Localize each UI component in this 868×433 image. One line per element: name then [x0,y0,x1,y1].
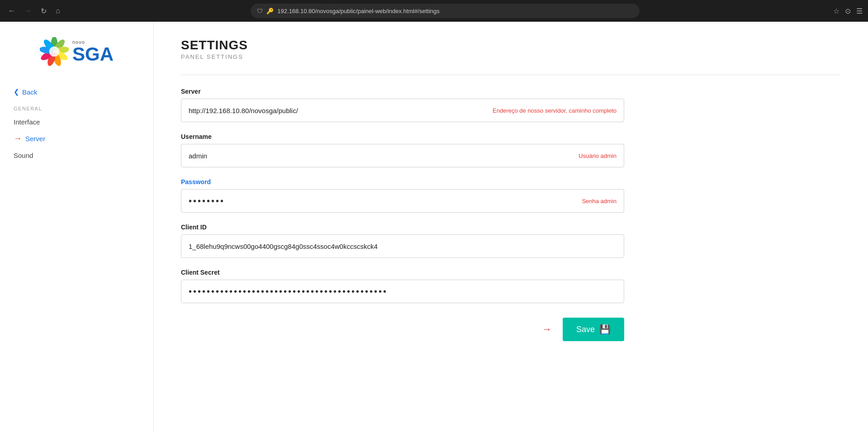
pocket-icon[interactable]: ⊙ [845,7,851,15]
password-label: Password [181,178,624,186]
home-button[interactable]: ⌂ [53,5,63,17]
back-label: Back [22,88,37,96]
sidebar-item-interface-label: Interface [14,118,40,126]
client-id-label: Client ID [181,224,624,231]
sidebar-item-interface[interactable]: Interface [0,114,153,130]
page-subtitle: PANEL SETTINGS [181,53,841,60]
client-id-input-wrapper[interactable] [181,234,624,258]
back-link[interactable]: ❮ Back [0,84,153,100]
password-hint: Senha admin [582,198,617,205]
password-field-group: Password •••••••• Senha admin [181,178,624,213]
shield-icon: 🛡 [257,8,263,14]
client-id-field-group: Client ID [181,224,624,258]
save-label: Save [576,325,595,334]
server-label: Server [181,88,624,95]
svg-point-9 [49,47,59,57]
logo-sga: SGA [72,45,114,64]
sidebar-nav: ❮ Back GENERAL Interface → Server Sound [0,80,153,168]
username-field-group: Username Usuário admin [181,133,624,167]
save-disk-icon: 💾 [599,324,611,335]
sidebar-item-sound-label: Sound [14,152,33,159]
chevron-left-icon: ❮ [14,88,19,96]
save-arrow-icon: → [542,324,552,335]
menu-icon[interactable]: ☰ [856,7,863,15]
url-display: 192.168.10.80/novosga/public/painel-web/… [277,8,633,14]
username-input[interactable] [189,152,569,160]
logo-area: novo SGA [0,33,153,80]
save-button[interactable]: Save 💾 [563,318,624,341]
browser-chrome: ← → ↻ ⌂ 🛡 🔑 192.168.10.80/novosga/public… [0,0,868,22]
server-hint: Endereço de nosso servidor, caminho comp… [493,107,617,114]
save-area: → Save 💾 [181,318,624,341]
server-input[interactable] [189,107,484,114]
logo-icon [40,37,69,66]
client-secret-field-group: Client Secret ••••••••••••••••••••••••••… [181,269,624,303]
bookmark-icon[interactable]: ☆ [833,7,840,15]
client-id-input[interactable] [189,243,617,250]
browser-right-controls: ☆ ⊙ ☰ [833,7,863,15]
reload-button[interactable]: ↻ [38,5,49,17]
username-label: Username [181,133,624,140]
title-divider [181,75,841,75]
password-dots: •••••••• [189,196,573,206]
client-secret-input-wrapper[interactable]: ••••••••••••••••••••••••••••••••••••••••… [181,280,624,303]
client-secret-dots: ••••••••••••••••••••••••••••••••••••••••… [189,286,617,297]
username-hint: Usuário admin [579,152,617,159]
active-arrow-icon: → [14,134,22,143]
lock-icon: 🔑 [266,8,274,14]
password-input-wrapper[interactable]: •••••••• Senha admin [181,189,624,213]
forward-button[interactable]: → [22,5,34,17]
sidebar-item-sound[interactable]: Sound [0,148,153,163]
server-field-group: Server Endereço de nosso servidor, camin… [181,88,624,122]
address-bar[interactable]: 🛡 🔑 192.168.10.80/novosga/public/painel-… [251,4,640,18]
sidebar: novo SGA ❮ Back GENERAL Interface → Serv… [0,22,154,433]
main-content: SETTINGS PANEL SETTINGS Server Endereço … [154,22,868,433]
username-input-wrapper[interactable]: Usuário admin [181,144,624,167]
back-button[interactable]: ← [5,5,18,17]
page-title: SETTINGS [181,38,841,52]
server-input-wrapper[interactable]: Endereço de nosso servidor, caminho comp… [181,99,624,122]
general-section-label: GENERAL [0,103,153,114]
client-secret-label: Client Secret [181,269,624,276]
logo-text: novo SGA [72,39,114,64]
sidebar-item-server-label: Server [25,135,45,143]
sidebar-item-server[interactable]: → Server [0,130,153,148]
